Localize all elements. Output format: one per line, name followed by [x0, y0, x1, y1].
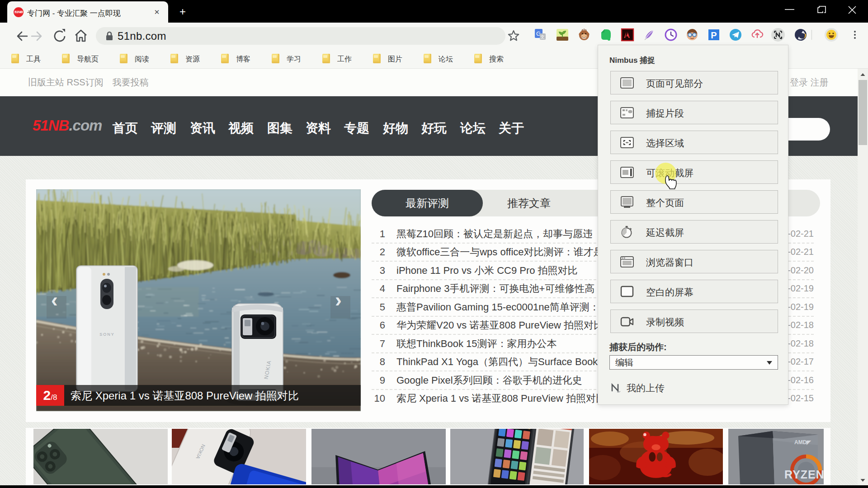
svg-text:AMD◤: AMD◤ [794, 439, 811, 446]
svg-text:SONY: SONY [99, 332, 115, 337]
svg-text:RYZEN: RYZEN [784, 468, 824, 481]
svg-text:文: 文 [540, 34, 545, 39]
svg-text:P: P [711, 30, 717, 40]
